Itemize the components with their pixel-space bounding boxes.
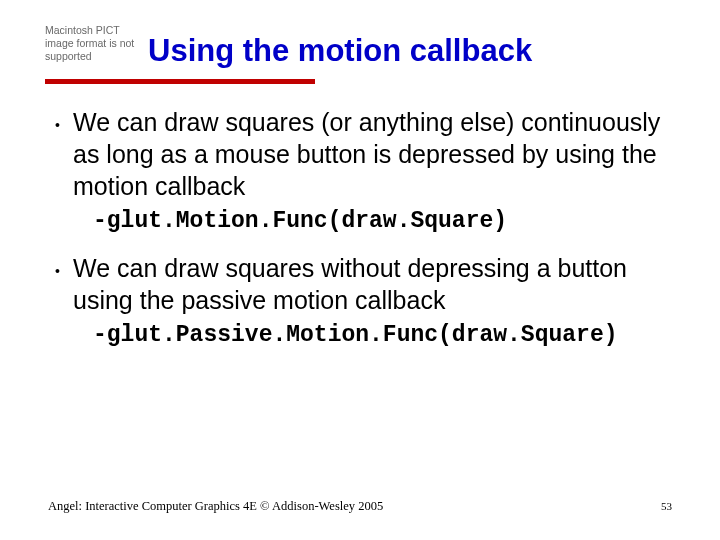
bullet-text: We can draw squares (or anything else) c… [73,106,670,202]
bullet-dot-icon: • [55,252,63,278]
code-line: -glut.Motion.Func(draw.Square) [55,208,670,234]
pict-placeholder: Macintosh PICT image format is not suppo… [45,20,140,63]
header-row: Macintosh PICT image format is not suppo… [45,20,680,69]
content-area: • We can draw squares (or anything else)… [45,106,680,348]
footer-citation: Angel: Interactive Computer Graphics 4E … [48,499,383,514]
bullet-item: • We can draw squares without depressing… [55,252,670,316]
page-number: 53 [661,500,672,512]
code-line: -glut.Passive.Motion.Func(draw.Square) [55,322,670,348]
bullet-text: We can draw squares without depressing a… [73,252,670,316]
divider-rule [45,79,315,84]
bullet-dot-icon: • [55,106,63,132]
bullet-item: • We can draw squares (or anything else)… [55,106,670,202]
slide-title: Using the motion callback [148,20,532,69]
footer: Angel: Interactive Computer Graphics 4E … [48,499,672,514]
